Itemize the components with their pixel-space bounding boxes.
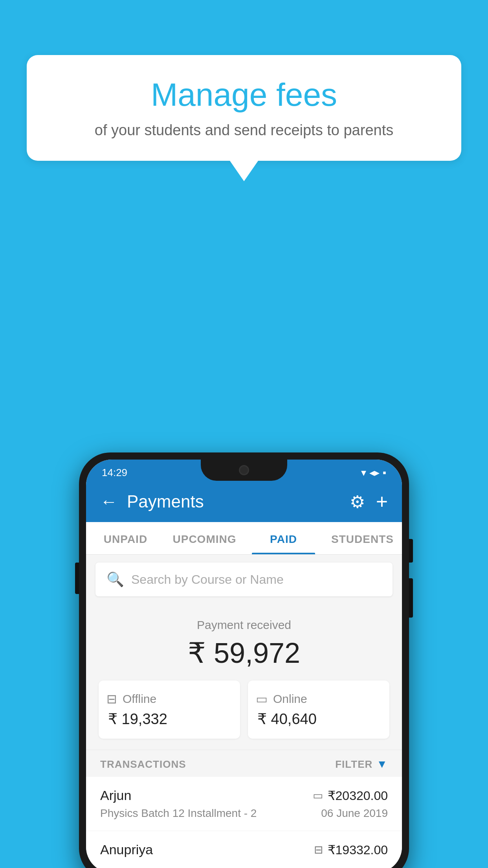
search-icon: 🔍 [106,571,124,588]
status-time: 14:29 [102,467,127,479]
add-icon[interactable]: + [376,490,388,513]
transaction-amount-wrap: ⊟ ₹19332.00 [314,842,388,857]
phone-screen: 14:29 ▾ ◂▸ ▪ ← Payments ⚙ + [86,460,402,868]
signal-icon: ◂▸ [369,467,380,479]
back-button[interactable]: ← [100,493,117,510]
transaction-name: Arjun [100,788,131,803]
offline-label: Offline [123,692,156,706]
side-button-volume-up [409,539,413,563]
online-card: ▭ Online ₹ 40,640 [248,680,389,739]
transaction-amount: ₹19332.00 [328,842,388,857]
wifi-icon: ▾ [361,467,366,479]
transactions-label: TRANSACTIONS [100,758,186,771]
settings-icon[interactable]: ⚙ [350,492,365,512]
online-amount: ₹ 40,640 [257,710,317,728]
header-right: ⚙ + [350,490,388,513]
speech-bubble-container: Manage fees of your students and send re… [27,55,461,181]
transaction-name: Anupriya [100,842,153,857]
filter-icon: ▼ [376,758,388,771]
table-row[interactable]: Anupriya ⊟ ₹19332.00 [86,831,402,868]
online-icon: ▭ [256,691,268,706]
transaction-course: Physics Batch 12 Installment - 2 [100,807,257,820]
offline-card-top: ⊟ Offline [106,691,156,706]
header-title: Payments [127,492,204,511]
status-icons: ▾ ◂▸ ▪ [361,467,386,479]
transaction-amount-wrap: ▭ ₹20320.00 [313,788,388,803]
payment-received-label: Payment received [95,618,393,632]
speech-bubble-subtitle: of your students and send receipts to pa… [50,122,438,139]
side-button-left [75,563,79,594]
tab-students[interactable]: STUDENTS [323,522,402,554]
speech-bubble: Manage fees of your students and send re… [27,55,461,161]
transaction-top: Anupriya ⊟ ₹19332.00 [100,842,388,857]
online-card-top: ▭ Online [256,691,307,706]
header-left: ← Payments [100,492,204,511]
speech-bubble-title: Manage fees [50,77,438,112]
payment-summary: Payment received ₹ 59,972 ⊟ Offline ₹ 19… [86,604,402,750]
phone-notch [201,460,287,481]
transaction-date: 06 June 2019 [321,807,388,820]
app-header: ← Payments ⚙ + [86,483,402,522]
table-row[interactable]: Arjun ▭ ₹20320.00 Physics Batch 12 Insta… [86,777,402,831]
transaction-bottom: Physics Batch 12 Installment - 2 06 June… [100,807,388,820]
payment-total-amount: ₹ 59,972 [95,636,393,669]
side-button-volume-down [409,578,413,618]
search-bar[interactable]: 🔍 Search by Course or Name [95,563,393,596]
payment-cards: ⊟ Offline ₹ 19,332 ▭ Online ₹ 40,640 [99,680,389,739]
transaction-amount: ₹20320.00 [328,788,388,803]
tab-upcoming[interactable]: UPCOMING [165,522,244,554]
offline-amount: ₹ 19,332 [108,710,167,728]
camera [239,465,249,475]
phone-outer: 14:29 ▾ ◂▸ ▪ ← Payments ⚙ + [79,452,409,868]
search-placeholder: Search by Course or Name [131,572,284,587]
battery-icon: ▪ [383,467,386,479]
offline-card: ⊟ Offline ₹ 19,332 [99,680,240,739]
phone-container: 14:29 ▾ ◂▸ ▪ ← Payments ⚙ + [79,452,409,868]
tab-paid[interactable]: PAID [244,522,323,554]
bubble-pointer [230,161,258,181]
online-label: Online [273,692,307,706]
filter-button[interactable]: FILTER ▼ [335,758,388,771]
transactions-header: TRANSACTIONS FILTER ▼ [86,750,402,777]
search-container: 🔍 Search by Course or Name [86,555,402,604]
tabs-container: UNPAID UPCOMING PAID STUDENTS [86,522,402,555]
card-payment-icon: ▭ [313,789,323,802]
tab-unpaid[interactable]: UNPAID [86,522,165,554]
cash-payment-icon: ⊟ [314,843,323,856]
offline-icon: ⊟ [106,691,117,706]
filter-label: FILTER [335,758,372,771]
transaction-top: Arjun ▭ ₹20320.00 [100,788,388,803]
